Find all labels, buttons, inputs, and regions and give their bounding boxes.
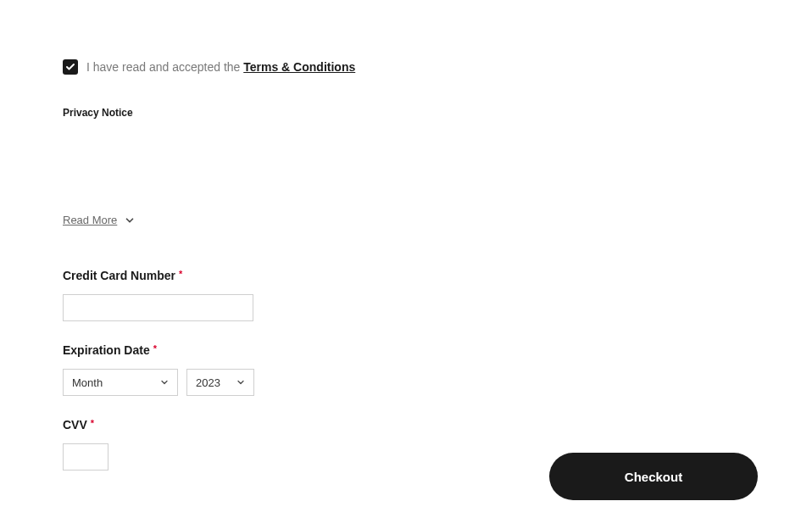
read-more-toggle[interactable]: Read More (63, 214, 136, 226)
required-indicator: * (179, 269, 182, 279)
terms-row: I have read and accepted the Terms & Con… (63, 59, 749, 75)
privacy-notice-heading: Privacy Notice (63, 107, 749, 119)
terms-text: I have read and accepted the Terms & Con… (86, 60, 355, 74)
required-indicator: * (91, 418, 94, 428)
terms-prefix: I have read and accepted the (86, 60, 243, 74)
exp-year-wrap: 2023 (186, 369, 254, 396)
cc-label-text: Credit Card Number (63, 269, 175, 282)
checkout-button[interactable]: Checkout (549, 453, 758, 500)
cc-input[interactable] (63, 294, 253, 321)
exp-label-text: Expiration Date (63, 343, 150, 357)
exp-year-select[interactable]: 2023 (186, 369, 254, 396)
exp-field-group: Expiration Date* Month 2023 (63, 343, 749, 396)
cc-field-group: Credit Card Number* (63, 269, 749, 321)
read-more-label: Read More (63, 214, 117, 226)
exp-month-wrap: Month (63, 369, 178, 396)
cvv-label-text: CVV (63, 418, 87, 432)
chevron-down-icon (124, 214, 136, 226)
terms-link[interactable]: Terms & Conditions (243, 60, 355, 74)
exp-label: Expiration Date* (63, 343, 749, 357)
cvv-input[interactable] (63, 443, 108, 471)
exp-row: Month 2023 (63, 369, 749, 396)
cvv-label: CVV* (63, 418, 749, 432)
terms-checkbox[interactable] (63, 59, 78, 75)
required-indicator: * (153, 343, 157, 354)
check-icon (65, 62, 75, 72)
exp-month-select[interactable]: Month (63, 369, 178, 396)
cc-label: Credit Card Number* (63, 269, 749, 282)
